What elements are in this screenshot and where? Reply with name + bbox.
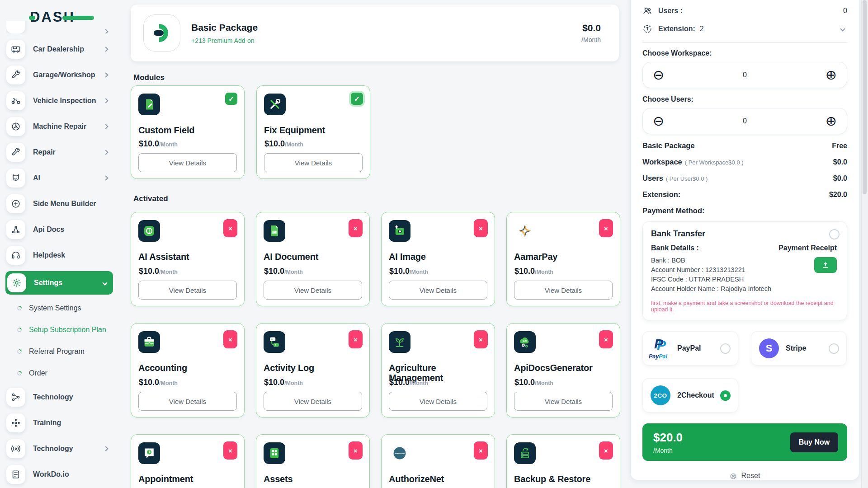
view-details-button[interactable]: View Details <box>264 281 362 300</box>
wrench-icon <box>6 143 25 162</box>
pricing-label: Workspace <box>642 158 682 166</box>
module-enabled-checkbox[interactable]: ✓ <box>225 93 237 105</box>
addon-price: $10.0 <box>264 267 284 276</box>
deactivate-addon-button[interactable]: × <box>223 219 237 237</box>
gateway-card-2checkout[interactable]: 2CO2Checkout <box>642 378 738 413</box>
view-details-button[interactable]: View Details <box>138 281 237 300</box>
module-enabled-checkbox[interactable]: ✓ <box>351 93 363 105</box>
deactivate-addon-button[interactable]: × <box>474 219 488 237</box>
deactivate-addon-button[interactable]: × <box>349 330 363 348</box>
main-content: Basic Package +213 Premium Add-on $0.0 /… <box>131 0 620 488</box>
deactivate-addon-button[interactable]: × <box>599 441 613 460</box>
chevron-right-icon <box>103 175 108 180</box>
chevron-right-icon <box>103 72 108 77</box>
deactivate-addon-button[interactable]: × <box>223 330 237 348</box>
sidebar-item-workdo-io[interactable]: WorkDo.io <box>6 465 111 484</box>
upload-receipt-button[interactable] <box>814 257 837 273</box>
view-details-button[interactable]: View Details <box>389 281 487 300</box>
addon-title: ApiDocsGenerator <box>514 363 613 373</box>
sidebar-item-label: Side Menu Builder <box>33 200 96 208</box>
gateway-name: 2Checkout <box>677 391 714 399</box>
view-details-button[interactable]: View Details <box>389 392 487 411</box>
users-plus-button[interactable]: ⊕ <box>826 114 837 128</box>
sidebar-item-side-menu-builder[interactable]: Side Menu Builder <box>6 194 111 214</box>
view-details-button[interactable]: View Details <box>514 392 613 411</box>
bank-transfer-radio[interactable] <box>829 229 840 239</box>
package-addon-count[interactable]: +213 Premium Add-on <box>191 37 258 44</box>
addon-card-ai-image: ×AI Image$10.0/MonthView Details <box>381 212 495 306</box>
deactivate-addon-button[interactable]: × <box>474 330 488 348</box>
reset-icon: ⊗ <box>730 471 737 481</box>
sidebar-item-label: WorkDo.io <box>33 470 69 479</box>
sidebar-subitem-referral-program[interactable]: Referral Program <box>6 344 111 359</box>
workspace-plus-button[interactable]: ⊕ <box>826 68 837 82</box>
sidebar-item-api-docs[interactable]: Api Docs <box>6 220 111 239</box>
deactivate-addon-button[interactable]: × <box>599 219 613 237</box>
apidocs-icon: API <box>514 331 536 353</box>
addon-title: AI Document <box>264 252 362 262</box>
addon-price-period: /Month <box>159 141 178 148</box>
addon-card-activity-log: ×Activity Log$10.0/MonthView Details <box>256 323 370 418</box>
upload-icon <box>821 261 830 269</box>
sidebar-item-technology[interactable]: Technology <box>6 387 111 407</box>
buy-now-button[interactable]: Buy Now <box>790 432 838 452</box>
deactivate-addon-button[interactable]: × <box>223 441 237 460</box>
deactivate-addon-button[interactable]: × <box>349 219 363 237</box>
users-minus-button[interactable]: ⊖ <box>653 114 664 128</box>
addon-price-row: $10.0/Month <box>389 378 428 387</box>
ai-image-icon <box>389 220 410 242</box>
sidebar-item-car-dealership[interactable]: Car Dealership <box>6 39 111 59</box>
custom-field-icon <box>138 94 160 115</box>
view-details-button[interactable]: View Details <box>514 281 613 300</box>
deactivate-addon-button[interactable]: × <box>349 441 363 460</box>
reset-button[interactable]: ⊗ Reset <box>642 471 847 481</box>
deactivate-addon-button[interactable]: × <box>599 330 613 348</box>
sidebar-subitem-system-settings[interactable]: System Settings <box>6 300 111 316</box>
sidebar-item-garage-workshop[interactable]: Garage/Workshop <box>6 65 111 85</box>
chevron-right-icon <box>103 124 108 129</box>
pricing-sublabel: ( Per Workspace$0.0 ) <box>685 159 744 166</box>
addon-price-row: $10.0/Month <box>389 267 428 276</box>
users-icon <box>642 6 652 16</box>
page-scrollbar[interactable] <box>861 0 868 488</box>
view-details-button[interactable]: View Details <box>264 153 363 172</box>
scrollbar-thumb[interactable] <box>863 0 867 194</box>
gateway-radio-selected[interactable] <box>720 390 731 401</box>
addon-price-row: $10.0/Month <box>139 139 178 149</box>
sidebar-item-label: Garage/Workshop <box>33 71 95 79</box>
bank-transfer-card[interactable]: Bank Transfer Bank Details : Payment Rec… <box>642 221 847 320</box>
sidebar-item-label: Technology <box>33 393 73 401</box>
gateway-radio[interactable] <box>829 343 839 354</box>
sidebar-subitem-setup-subscription-plan[interactable]: Setup Subscription Plan <box>6 322 111 338</box>
addon-price: $10.0 <box>139 378 159 387</box>
addon-price-period: /Month <box>284 269 303 275</box>
extension-row[interactable]: Extension: 2 <box>642 20 847 38</box>
sidebar-item-ai[interactable]: AI <box>6 168 111 188</box>
addon-card-ai-document: AI×AI Document$10.0/MonthView Details <box>256 212 370 306</box>
subitem-bullet-icon <box>16 370 23 376</box>
gateway-radio[interactable] <box>720 343 731 354</box>
pricing-label: Extension: <box>642 190 680 199</box>
sidebar-subitem-order[interactable]: Order <box>6 366 111 381</box>
extension-chevron-down-icon[interactable] <box>840 26 845 31</box>
gateway-card-stripe[interactable]: SStripe <box>751 331 847 366</box>
signal-icon <box>6 439 25 458</box>
pricing-value: $0.0 <box>833 174 847 183</box>
workspace-minus-button[interactable]: ⊖ <box>653 68 664 82</box>
sidebar-item-vehicle-inspection[interactable]: Vehicle Inspection <box>6 91 111 111</box>
sidebar-item-repair[interactable]: Repair <box>6 142 111 162</box>
svg-text:AI: AI <box>273 231 276 234</box>
sidebar-item-helpdesk[interactable]: Helpdesk <box>6 245 111 265</box>
view-details-button[interactable]: View Details <box>138 392 237 411</box>
package-title: Basic Package <box>191 22 258 33</box>
gateway-card-paypal[interactable]: PPPayPalPayPal <box>642 331 738 366</box>
sidebar-item-machine-repair[interactable]: Machine Repair <box>6 117 111 136</box>
deactivate-addon-button[interactable]: × <box>474 441 488 460</box>
sidebar-item-hidden[interactable] <box>6 21 111 33</box>
sidebar-item-training[interactable]: Training <box>6 413 111 433</box>
view-details-button[interactable]: View Details <box>138 153 237 172</box>
sidebar-item-settings[interactable]: Settings <box>5 271 113 295</box>
sidebar-item-technology[interactable]: Technology <box>6 439 111 459</box>
chevron-down-icon <box>102 280 107 285</box>
view-details-button[interactable]: View Details <box>264 392 362 411</box>
